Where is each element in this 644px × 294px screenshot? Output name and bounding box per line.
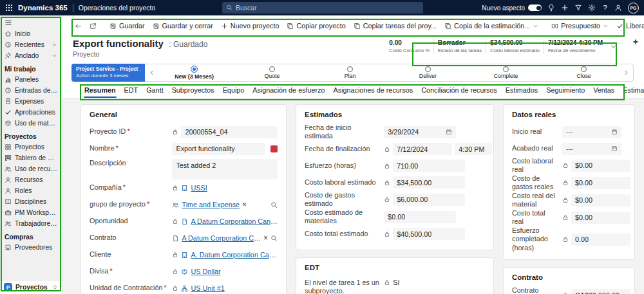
- header-field-fecha-vencimiento[interactable]: 7/12/2024 4:30 PM Fecha de vencimiento: [544, 39, 607, 54]
- costo-real-material-input[interactable]: $0.00: [571, 194, 630, 207]
- unidad-contratacion-link[interactable]: US Unit #1: [191, 284, 224, 292]
- bpf-previous-stage-icon[interactable]: [149, 69, 155, 76]
- lightbulb-icon[interactable]: [547, 4, 555, 12]
- grupo-proyecto-link[interactable]: Time and Expense: [182, 201, 240, 208]
- copy-project-button[interactable]: Copiar proyecto: [283, 19, 348, 32]
- sidebar-item-proyectos[interactable]: Proyectos: [0, 142, 62, 152]
- sidebar-item-uso-de-materiales[interactable]: Uso de materiales: [0, 118, 62, 129]
- costo-laboral-real-input[interactable]: $0.00: [571, 160, 630, 172]
- remove-value-icon[interactable]: ×: [263, 234, 268, 242]
- esfuerzo-input[interactable]: 710.00: [393, 160, 465, 172]
- tab-equipo[interactable]: Equipo: [222, 82, 245, 98]
- tab-resumen[interactable]: Resumen: [84, 82, 117, 98]
- header-field-estado-tareas[interactable]: Borrador Estado de las tareas: [433, 39, 486, 54]
- sidebar-item-pm-workspace[interactable]: PM Workspace: [0, 207, 62, 218]
- global-search[interactable]: [222, 2, 423, 14]
- costo-gastos-input[interactable]: $6,000.00: [393, 194, 465, 206]
- costo-laboral-input[interactable]: $34,500.00: [393, 176, 465, 188]
- area-switcher[interactable]: P Proyectos: [0, 280, 62, 294]
- contrato-original-input[interactable]: CA$30,000.00: [571, 289, 630, 294]
- nombre-input[interactable]: Export functionality: [172, 143, 265, 155]
- contrato-link[interactable]: A Datum Corporation Canada2: [182, 234, 261, 242]
- new-project-button[interactable]: Nuevo proyecto: [218, 19, 283, 32]
- bpf-stage-new[interactable]: New (3 Meses): [155, 66, 233, 80]
- sidebar-item-disciplines[interactable]: Disciplines: [0, 196, 62, 207]
- costo-total-input[interactable]: $40,500.00: [393, 228, 465, 240]
- new-look-toggle[interactable]: [528, 5, 542, 11]
- sidebar-item-roles[interactable]: Roles: [0, 185, 62, 196]
- divisa-link[interactable]: US Dollar: [191, 268, 220, 275]
- sidebar-item-recursos[interactable]: Recursos: [0, 174, 62, 185]
- header-collapse-chevron-icon[interactable]: [610, 43, 617, 50]
- acabado-real-input[interactable]: ---: [562, 143, 621, 155]
- sidebar-item-expenses[interactable]: Expenses: [0, 96, 62, 107]
- inicio-real-input[interactable]: ---: [562, 126, 621, 138]
- sidebar-item-paneles[interactable]: Paneles: [0, 74, 62, 85]
- tab-ventas[interactable]: Ventas: [592, 82, 615, 98]
- fecha-inicio-input[interactable]: 3/29/2024: [384, 126, 456, 138]
- tab-estimaciones-de-gastos[interactable]: Estimaciones de gastos: [622, 82, 644, 98]
- nav-hamburger-button[interactable]: [0, 17, 62, 28]
- bpf-stage-complete[interactable]: Complete: [467, 66, 545, 79]
- copy-project-tasks-button[interactable]: Copiar tareas del proy...: [350, 19, 440, 32]
- proyecto-id-input[interactable]: 20000554_04: [181, 126, 278, 138]
- cliente-link[interactable]: A. Datum Corporation Canada: [191, 251, 278, 259]
- chevron-down-icon[interactable]: [52, 53, 57, 59]
- sidebar-item-trabajadores-contingentes[interactable]: Trabajadores cont...: [0, 218, 62, 229]
- tab-edt[interactable]: EDT: [124, 82, 139, 98]
- tab-conciliacion-de-recursos[interactable]: Conciliación de recursos: [421, 82, 498, 98]
- lookup-search-icon[interactable]: [270, 235, 278, 242]
- help-icon[interactable]: ?: [601, 4, 609, 12]
- header-field-costo-consumo[interactable]: 0.00 Costo Consumo %: [385, 39, 433, 54]
- back-button[interactable]: [71, 20, 85, 32]
- header-field-costo-laboral[interactable]: $34,500.00 Costo laboral estimado: [486, 39, 544, 54]
- module-name[interactable]: Operaciones del proyecto: [79, 4, 156, 12]
- sidebar-item-proveedores[interactable]: Proveedores: [0, 242, 62, 253]
- fecha-finalizacion-time[interactable]: 4:30 PM: [455, 143, 492, 155]
- sidebar-item-tablero-de-programacion[interactable]: Tablero de progra...: [0, 152, 62, 163]
- sidebar-item-uso-de-recursos[interactable]: Uso de recursos: [0, 163, 62, 174]
- sidebar-item-recientes[interactable]: Recientes: [0, 39, 62, 50]
- sidebar-item-anclado[interactable]: Anclado: [0, 50, 62, 61]
- bpf-stage-deliver[interactable]: Deliver: [389, 66, 467, 79]
- nivel-tarea-value[interactable]: Sí: [393, 279, 399, 286]
- bpf-stage-close[interactable]: Close: [545, 66, 623, 79]
- copy-estimate-button[interactable]: Copia de la estimación...: [441, 19, 542, 32]
- sidebar-item-entradas-de-tiempo[interactable]: Entradas de tiempo: [0, 85, 62, 96]
- filter-icon[interactable]: [574, 4, 582, 12]
- chevron-down-icon[interactable]: [52, 42, 57, 48]
- waffle-icon[interactable]: [5, 4, 13, 12]
- user-icon[interactable]: [614, 4, 622, 12]
- tab-gantt[interactable]: Gantt: [146, 82, 164, 98]
- bpf-stage-plan[interactable]: Plan: [311, 66, 389, 79]
- calendar-icon[interactable]: [611, 129, 618, 135]
- tab-subproyectos[interactable]: Subproyectos: [171, 82, 215, 98]
- budget-button[interactable]: Presupuesto: [548, 19, 612, 32]
- save-button[interactable]: Guardar: [106, 19, 148, 32]
- esfuerzo-completado-input[interactable]: 0.00: [571, 234, 630, 246]
- bpf-process-badge[interactable]: Project Service - Project ... Activo dur…: [71, 64, 145, 82]
- costo-gastos-reales-input[interactable]: $0.00: [571, 177, 630, 189]
- calendar-icon[interactable]: [611, 145, 618, 152]
- descripcion-input[interactable]: Test added 2: [172, 159, 278, 179]
- calendar-icon[interactable]: [446, 129, 452, 135]
- bpf-next-stage-icon[interactable]: [623, 69, 629, 76]
- app-name[interactable]: Dynamics 365: [18, 4, 68, 12]
- costo-total-real-input[interactable]: $0.00: [571, 212, 630, 224]
- tab-seguimiento[interactable]: Seguimiento: [545, 82, 585, 98]
- tab-asignacion-de-esfuerzo[interactable]: Asignación de esfuerzo: [252, 82, 325, 98]
- copilot-icon[interactable]: [632, 38, 639, 46]
- tab-asignaciones-de-recursos[interactable]: Asignaciones de recursos: [333, 82, 414, 98]
- settings-gear-icon[interactable]: [588, 4, 596, 12]
- sidebar-item-aprobaciones[interactable]: Aprobaciones: [0, 107, 62, 118]
- fecha-finalizacion-date[interactable]: 7/12/2024: [393, 143, 452, 155]
- global-search-input[interactable]: [236, 4, 419, 12]
- sidebar-item-inicio[interactable]: Inicio: [0, 28, 62, 39]
- compania-link[interactable]: USSI: [191, 184, 207, 192]
- lookup-search-icon[interactable]: [270, 201, 278, 208]
- oportunidad-link[interactable]: A Datum Corporation Canada2: [191, 217, 278, 225]
- save-and-close-button[interactable]: Guardar y cerrar: [149, 19, 216, 32]
- avatar[interactable]: PG: [628, 3, 639, 14]
- remove-value-icon[interactable]: ×: [242, 201, 247, 208]
- quick-create-plus-icon[interactable]: [561, 4, 569, 12]
